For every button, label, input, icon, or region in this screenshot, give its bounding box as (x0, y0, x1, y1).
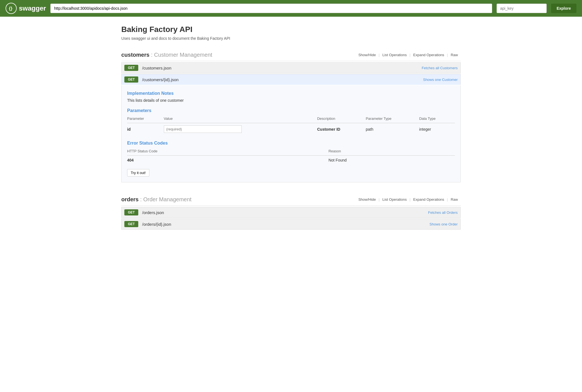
params-header-2: Description (317, 115, 366, 123)
show-hide-link-customers[interactable]: Show/Hide (356, 53, 379, 57)
impl-notes-title: Implementation Notes (127, 91, 455, 96)
expand-operations-link-customers[interactable]: Expand Operations (410, 53, 447, 57)
operation-row-customers-0[interactable]: GET /customers.json Fetches all Customer… (121, 62, 461, 73)
impl-notes-section: Implementation Notes This lists details … (127, 91, 455, 103)
error-row: 404 Not Found (127, 156, 455, 165)
param-value-input[interactable] (164, 125, 242, 133)
swagger-logo-text: swagger (19, 4, 46, 12)
param-row: id Customer ID path integer (127, 123, 455, 135)
resource-actions-customers: Show/Hide | List Operations | Expand Ope… (356, 53, 461, 57)
error-reason: Not Found (329, 156, 455, 165)
method-badge-customers-1: GET (124, 76, 138, 83)
resource-section-customers: customers : Customer Management Show/Hid… (121, 49, 461, 182)
resource-name-orders: orders (121, 196, 139, 202)
operation-path-customers-1: /customers/{id}.json (142, 77, 423, 82)
operation-row-orders-0[interactable]: GET /orders.json Fetches all Orders (121, 207, 461, 218)
raw-link-customers[interactable]: Raw (448, 53, 461, 57)
logo: {} swagger (6, 3, 46, 14)
resource-name-customers: customers (121, 52, 149, 58)
resources-container: customers : Customer Management Show/Hid… (121, 49, 461, 230)
operation-path-customers-0: /customers.json (142, 66, 422, 70)
params-table: ParameterValueDescriptionParameter TypeD… (127, 115, 455, 135)
method-badge-orders-0: GET (124, 209, 138, 215)
impl-notes-text: This lists details of one customer (127, 98, 455, 103)
raw-link-orders[interactable]: Raw (448, 197, 461, 202)
param-value-cell[interactable] (164, 123, 317, 135)
show-hide-link-orders[interactable]: Show/Hide (356, 197, 379, 202)
params-header-1: Value (164, 115, 317, 123)
resource-section-orders: orders : Order Management Show/Hide | Li… (121, 193, 461, 230)
param-data-type: integer (419, 123, 455, 135)
list-operations-link-customers[interactable]: List Operations (379, 53, 409, 57)
params-header-0: Parameter (127, 115, 164, 123)
url-input[interactable] (50, 4, 492, 13)
error-table: HTTP Status CodeReason 404 Not Found (127, 148, 455, 165)
try-it-out-button[interactable]: Try it out! (127, 169, 149, 177)
operation-summary-orders-0: Fetches all Orders (428, 210, 458, 215)
resource-title-customers: customers : Customer Management (121, 52, 212, 58)
params-section: Parameters ParameterValueDescriptionPara… (127, 108, 455, 135)
method-badge-customers-0: GET (124, 65, 138, 71)
resource-header-orders: orders : Order Management Show/Hide | Li… (121, 193, 461, 206)
error-code: 404 (127, 156, 329, 165)
params-header-3: Parameter Type (366, 115, 419, 123)
swagger-logo-icon: {} (6, 3, 17, 14)
error-header-row: HTTP Status CodeReason (127, 148, 455, 156)
apikey-input[interactable] (497, 4, 547, 13)
list-operations-link-orders[interactable]: List Operations (379, 197, 409, 202)
operation-summary-customers-0: Fetches all Customers (422, 66, 458, 70)
params-header-row: ParameterValueDescriptionParameter TypeD… (127, 115, 455, 123)
error-header-0: HTTP Status Code (127, 148, 329, 156)
api-title: Baking Factory API (121, 25, 461, 34)
error-header-1: Reason (329, 148, 455, 156)
api-description: Uses swagger ui and docs to document the… (121, 36, 461, 41)
resource-header-customers: customers : Customer Management Show/Hid… (121, 49, 461, 61)
operation-row-orders-1[interactable]: GET /orders/{id}.json Shows one Order (121, 219, 461, 230)
header: {} swagger Explore (0, 0, 582, 17)
resource-title-orders: orders : Order Management (121, 196, 191, 203)
resource-desc-orders: : Order Management (140, 196, 192, 202)
error-title: Error Status Codes (127, 141, 455, 146)
operation-summary-orders-1: Shows one Order (430, 222, 458, 226)
operation-path-orders-0: /orders.json (142, 210, 428, 215)
param-name: id (127, 123, 164, 135)
resource-actions-orders: Show/Hide | List Operations | Expand Ope… (356, 197, 461, 202)
param-type: path (366, 123, 419, 135)
svg-text:{}: {} (9, 6, 12, 11)
method-badge-orders-1: GET (124, 221, 138, 227)
operation-path-orders-1: /orders/{id}.json (142, 222, 430, 227)
explore-button[interactable]: Explore (551, 4, 576, 13)
params-title: Parameters (127, 108, 455, 113)
operation-summary-customers-1: Shows one Customer (423, 78, 458, 82)
param-description: Customer ID (317, 123, 366, 135)
params-header-4: Data Type (419, 115, 455, 123)
expand-operations-link-orders[interactable]: Expand Operations (410, 197, 447, 202)
main-content: Baking Factory API Uses swagger ui and d… (116, 17, 466, 249)
error-section: Error Status Codes HTTP Status CodeReaso… (127, 141, 455, 177)
operation-row-customers-1[interactable]: GET /customers/{id}.json Shows one Custo… (121, 74, 461, 85)
resource-desc-customers: : Customer Management (151, 52, 212, 58)
operation-detail-customers-1: Implementation Notes This lists details … (121, 85, 461, 182)
